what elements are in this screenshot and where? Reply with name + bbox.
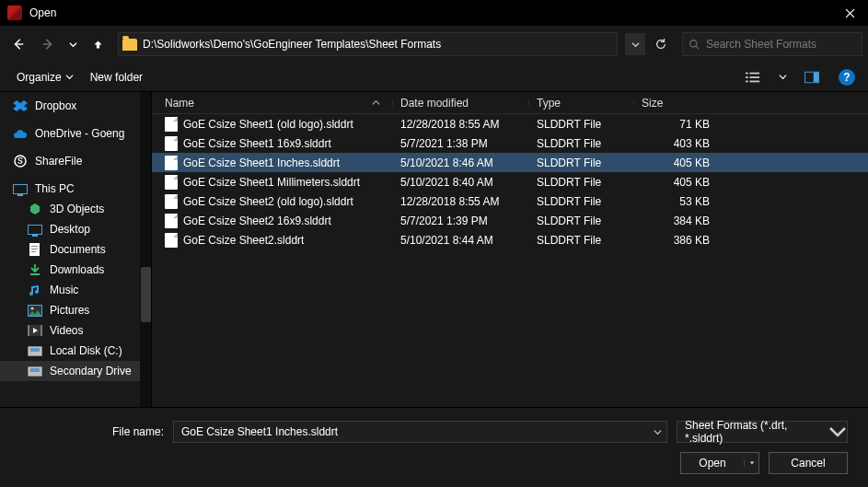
file-row[interactable]: GoE Csize Sheet2 (old logo).slddrt12/28/… xyxy=(152,191,868,211)
navigation-tree[interactable]: Dropbox OneDrive - Goeng ShareFile This … xyxy=(0,92,152,407)
tree-item-dropbox[interactable]: Dropbox xyxy=(0,96,152,116)
scrollbar-thumb[interactable] xyxy=(141,267,151,322)
file-icon xyxy=(165,194,178,209)
view-options-button[interactable] xyxy=(741,66,765,88)
new-folder-button[interactable]: New folder xyxy=(87,68,146,87)
footer: File name: Sheet Formats (*.drt, *.slddr… xyxy=(0,407,868,487)
search-icon xyxy=(689,39,700,51)
svg-point-16 xyxy=(31,307,34,309)
file-icon xyxy=(165,136,178,151)
file-name-cell: GoE Csize Sheet1 16x9.slddrt xyxy=(157,136,393,151)
tree-label: 3D Objects xyxy=(50,203,104,215)
preview-pane-button[interactable] xyxy=(800,66,824,88)
search-input[interactable] xyxy=(706,38,856,51)
nav-toolbar xyxy=(0,26,868,63)
organize-button[interactable]: Organize xyxy=(13,68,77,87)
help-button[interactable]: ? xyxy=(839,69,855,86)
file-date-cell: 5/7/2021 1:38 PM xyxy=(393,137,529,150)
filename-input[interactable] xyxy=(174,425,648,438)
search-box[interactable] xyxy=(682,32,862,56)
tree-item-pictures[interactable]: Pictures xyxy=(0,300,152,320)
file-size-cell: 53 KB xyxy=(634,195,717,208)
tree-item-secondary-drive[interactable]: Secondary Drive xyxy=(0,361,152,381)
column-type-label: Type xyxy=(537,97,561,110)
open-label: Open xyxy=(699,457,725,470)
tree-item-onedrive[interactable]: OneDrive - Goeng xyxy=(0,123,152,144)
svg-rect-12 xyxy=(31,249,38,249)
file-row[interactable]: GoE Csize Sheet2 16x9.slddrt5/7/2021 1:3… xyxy=(152,211,868,230)
svg-rect-8 xyxy=(814,72,818,82)
tree-item-3d-objects[interactable]: 3D Objects xyxy=(0,199,152,219)
filename-label: File name: xyxy=(17,425,164,438)
tree-item-music[interactable]: Music xyxy=(0,280,152,300)
cancel-button[interactable]: Cancel xyxy=(769,452,848,474)
address-dropdown-button[interactable] xyxy=(625,33,645,55)
file-name: GoE Csize Sheet2 16x9.slddrt xyxy=(183,215,331,227)
pictures-icon xyxy=(28,303,42,318)
refresh-button[interactable] xyxy=(649,32,673,56)
file-row[interactable]: GoE Csize Sheet1 (old logo).slddrt12/28/… xyxy=(152,114,868,133)
filetype-filter[interactable]: Sheet Formats (*.drt, *.slddrt) xyxy=(677,421,848,443)
videos-icon xyxy=(28,323,42,338)
arrow-right-icon xyxy=(41,38,54,51)
file-row[interactable]: GoE Csize Sheet1 Inches.slddrt5/10/2021 … xyxy=(152,153,868,172)
close-icon xyxy=(845,8,855,18)
tree-item-this-pc[interactable]: This PC xyxy=(0,179,152,199)
up-button[interactable] xyxy=(85,31,110,57)
tree-scrollbar[interactable] xyxy=(140,92,152,407)
tree-item-desktop[interactable]: Desktop xyxy=(0,219,152,239)
tree-item-downloads[interactable]: Downloads xyxy=(0,260,152,280)
svg-rect-11 xyxy=(31,246,38,247)
disk-icon xyxy=(28,343,42,358)
column-date[interactable]: Date modified xyxy=(393,97,529,110)
file-icon xyxy=(165,117,178,132)
chevron-down-icon xyxy=(779,73,787,81)
filename-combobox[interactable] xyxy=(173,421,667,443)
filter-dropdown-button[interactable] xyxy=(828,423,847,441)
close-button[interactable] xyxy=(833,0,866,26)
address-bar[interactable] xyxy=(118,32,618,56)
svg-rect-4 xyxy=(749,76,759,78)
file-name: GoE Csize Sheet2.slddrt xyxy=(183,234,304,247)
svg-rect-19 xyxy=(41,325,42,336)
open-button[interactable]: Open xyxy=(680,452,759,474)
svg-rect-5 xyxy=(746,80,748,82)
column-size[interactable]: Size xyxy=(634,97,717,110)
filename-dropdown-button[interactable] xyxy=(648,422,666,442)
tree-item-sharefile[interactable]: ShareFile xyxy=(0,151,152,171)
view-dropdown-button[interactable] xyxy=(774,64,791,90)
column-name[interactable]: Name xyxy=(157,97,393,110)
file-size-cell: 405 KB xyxy=(634,157,717,169)
titlebar: Open xyxy=(0,0,868,26)
arrow-left-icon xyxy=(12,38,25,51)
back-button[interactable] xyxy=(6,31,31,57)
file-row[interactable]: GoE Csize Sheet1 Millimeters.slddrt5/10/… xyxy=(152,172,868,191)
file-row[interactable]: GoE Csize Sheet2.slddrt5/10/2021 8:44 AM… xyxy=(152,230,868,249)
new-folder-label: New folder xyxy=(90,71,143,84)
pc-icon xyxy=(13,181,28,196)
dialog-buttons: Open Cancel xyxy=(17,452,848,474)
column-type[interactable]: Type xyxy=(529,97,634,110)
open-dropdown-button[interactable] xyxy=(744,459,758,467)
tree-label: Local Disk (C:) xyxy=(50,344,122,357)
chevron-down-icon xyxy=(828,423,847,441)
tree-item-local-disk[interactable]: Local Disk (C:) xyxy=(0,341,152,361)
file-type-cell: SLDDRT File xyxy=(529,137,634,150)
file-row[interactable]: GoE Csize Sheet1 16x9.slddrt5/7/2021 1:3… xyxy=(152,133,868,153)
file-icon xyxy=(165,233,178,248)
preview-pane-icon xyxy=(804,71,819,84)
tree-label: Music xyxy=(50,284,78,296)
tree-item-documents[interactable]: Documents xyxy=(0,239,152,260)
file-icon xyxy=(165,214,178,228)
chevron-down-icon xyxy=(69,41,77,49)
file-type-cell: SLDDRT File xyxy=(529,215,634,227)
file-rows: GoE Csize Sheet1 (old logo).slddrt12/28/… xyxy=(152,114,868,407)
recent-locations-button[interactable] xyxy=(64,31,81,57)
tree-item-videos[interactable]: Videos xyxy=(0,320,152,341)
tree-label: Desktop xyxy=(50,223,90,236)
chevron-down-icon xyxy=(654,428,662,436)
forward-button[interactable] xyxy=(35,31,61,57)
address-input[interactable] xyxy=(143,38,613,51)
file-date-cell: 12/28/2018 8:55 AM xyxy=(393,195,529,208)
sharefile-icon xyxy=(13,154,28,168)
